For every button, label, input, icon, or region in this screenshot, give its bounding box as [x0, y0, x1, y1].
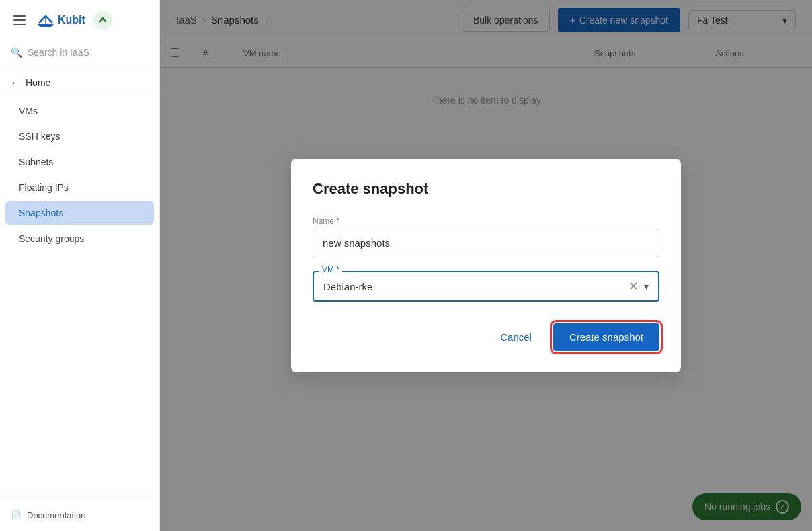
clear-vm-icon[interactable]: ✕ [628, 279, 639, 294]
sidebar-item-security-groups[interactable]: Security groups [5, 227, 154, 251]
name-label: Name * [313, 216, 659, 226]
vm-label-text: VM * [322, 265, 339, 274]
name-form-group: Name * [313, 216, 659, 257]
svg-point-1 [102, 17, 104, 20]
sidebar-search[interactable]: 🔍 Search in IaaS [0, 40, 159, 65]
documentation-label: Documentation [27, 510, 85, 520]
hamburger-icon[interactable] [11, 13, 28, 28]
sidebar-footer[interactable]: 📄 Documentation [0, 499, 159, 531]
vm-select-icons: ✕ ▾ [628, 279, 649, 294]
sidebar-item-vms[interactable]: VMs [5, 99, 154, 123]
sidebar-home[interactable]: ← Home [0, 71, 159, 95]
sidebar-header: Kubit [0, 0, 159, 40]
search-placeholder: Search in IaaS [28, 47, 89, 58]
app-logo[interactable]: Kubit [36, 11, 85, 30]
sidebar-item-snapshots[interactable]: Snapshots [5, 201, 154, 225]
create-snapshot-dialog: Create snapshot Name * VM * Debian-rke ✕… [291, 159, 681, 372]
vm-form-group: VM * Debian-rke ✕ ▾ [313, 271, 659, 302]
documentation-icon: 📄 [11, 510, 22, 520]
back-arrow-icon: ← [11, 77, 20, 88]
cancel-button[interactable]: Cancel [489, 325, 542, 350]
name-input[interactable] [313, 229, 659, 257]
dropdown-chevron-icon[interactable]: ▾ [644, 281, 649, 292]
second-logo [93, 11, 112, 30]
dialog-actions: Cancel Create snapshot [313, 323, 659, 351]
modal-overlay: Create snapshot Name * VM * Debian-rke ✕… [160, 0, 812, 531]
create-snapshot-button[interactable]: Create snapshot [553, 323, 659, 351]
vm-selected-value: Debian-rke [323, 281, 628, 292]
main-content: IaaS › Snapshots ☆ Bulk operations + Cre… [160, 0, 812, 531]
sidebar: Kubit 🔍 Search in IaaS ← Home VMs SSH ke… [0, 0, 160, 531]
sidebar-item-ssh-keys[interactable]: SSH keys [5, 124, 154, 149]
vm-select[interactable]: Debian-rke ✕ ▾ [313, 271, 659, 302]
dialog-title: Create snapshot [313, 180, 659, 198]
sidebar-item-floating-ips[interactable]: Floating IPs [5, 175, 154, 200]
search-icon: 🔍 [11, 47, 22, 58]
sidebar-nav: ← Home VMs SSH keys Subnets Floating IPs… [0, 65, 159, 499]
sidebar-item-subnets[interactable]: Subnets [5, 150, 154, 174]
home-label: Home [26, 77, 50, 88]
vm-label: VM * [319, 265, 342, 274]
